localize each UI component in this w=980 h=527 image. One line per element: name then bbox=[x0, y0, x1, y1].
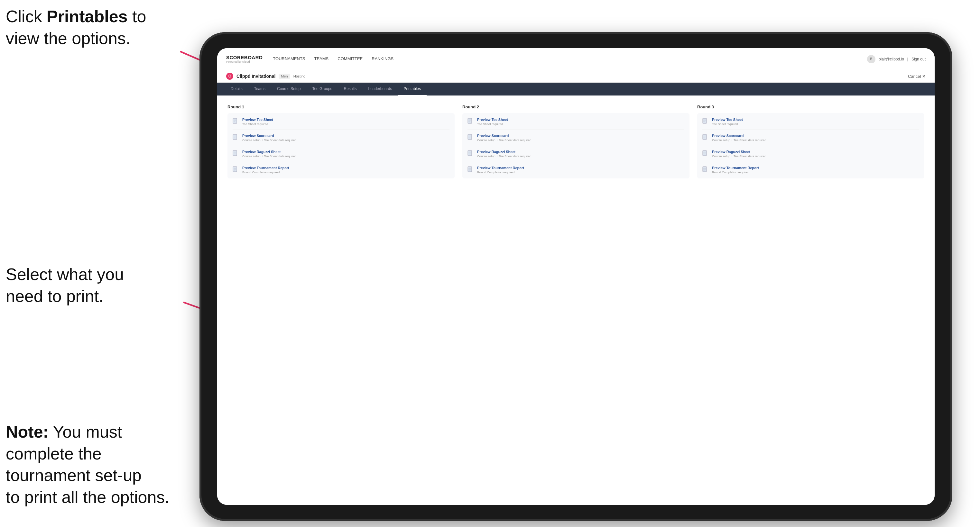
r1-tee-sheet-text: Preview Tee Sheet Tee Sheet required bbox=[242, 118, 273, 126]
tab-tee-groups[interactable]: Tee Groups bbox=[306, 83, 338, 95]
r2-scorecard-sub: Course setup + Tee Sheet data required bbox=[477, 138, 531, 142]
r2-raguzzi-sub: Course setup + Tee Sheet data required bbox=[477, 154, 531, 158]
tab-printables[interactable]: Printables bbox=[398, 83, 426, 95]
document-icon bbox=[702, 134, 709, 142]
r3-scorecard-text: Preview Scorecard Course setup + Tee She… bbox=[712, 134, 766, 142]
annotation-mid: Select what youneed to print. bbox=[6, 264, 173, 307]
nav-rankings[interactable]: RANKINGS bbox=[372, 55, 393, 63]
tournament-badge: Men bbox=[278, 74, 290, 79]
r3-scorecard-sub: Course setup + Tee Sheet data required bbox=[712, 138, 766, 142]
r1-raguzzi-sub: Course setup + Tee Sheet data required bbox=[242, 154, 297, 158]
divider bbox=[702, 130, 919, 130]
divider bbox=[702, 146, 919, 146]
main-content: Round 1 bbox=[217, 95, 935, 505]
r2-scorecard-label[interactable]: Preview Scorecard bbox=[477, 134, 531, 138]
r2-raguzzi-label[interactable]: Preview Raguzzi Sheet bbox=[477, 150, 531, 154]
tournament-info: C Clippd Invitational Men Hosting bbox=[226, 73, 305, 80]
tab-results[interactable]: Results bbox=[338, 83, 362, 95]
r3-tee-sheet[interactable]: Preview Tee Sheet Tee Sheet required bbox=[702, 118, 919, 126]
document-icon bbox=[232, 166, 239, 174]
r3-raguzzi-text: Preview Raguzzi Sheet Course setup + Tee… bbox=[712, 150, 766, 158]
document-icon bbox=[468, 150, 474, 158]
r3-tee-sheet-label[interactable]: Preview Tee Sheet bbox=[712, 118, 743, 122]
tablet-frame: SCOREBOARD Powered by clippd TOURNAMENTS… bbox=[199, 32, 952, 521]
cancel-button[interactable]: Cancel ✕ bbox=[908, 74, 926, 79]
r2-tournament-report[interactable]: Preview Tournament Report Round Completi… bbox=[468, 166, 684, 174]
r1-scorecard-text: Preview Scorecard Course setup + Tee She… bbox=[242, 134, 297, 142]
r1-tournament-text: Preview Tournament Report Round Completi… bbox=[242, 166, 289, 174]
r2-raguzzi-text: Preview Raguzzi Sheet Course setup + Tee… bbox=[477, 150, 531, 158]
r2-scorecard-text: Preview Scorecard Course setup + Tee She… bbox=[477, 134, 531, 142]
tab-course-setup[interactable]: Course Setup bbox=[271, 83, 306, 95]
r2-tee-sheet-text: Preview Tee Sheet Tee Sheet required bbox=[477, 118, 508, 126]
nav-links: TOURNAMENTS TEAMS COMMITTEE RANKINGS bbox=[273, 55, 867, 63]
r3-raguzzi[interactable]: Preview Raguzzi Sheet Course setup + Tee… bbox=[702, 150, 919, 158]
divider bbox=[232, 146, 449, 146]
r1-scorecard-label[interactable]: Preview Scorecard bbox=[242, 134, 297, 138]
sign-out-separator: | bbox=[907, 57, 908, 62]
divider bbox=[468, 162, 684, 162]
nav-committee[interactable]: COMMITTEE bbox=[337, 55, 363, 63]
r1-raguzzi-text: Preview Raguzzi Sheet Course setup + Tee… bbox=[242, 150, 297, 158]
annotation-top: Click Printables toview the options. bbox=[6, 6, 173, 49]
r1-tournament-report[interactable]: Preview Tournament Report Round Completi… bbox=[232, 166, 449, 174]
r2-tee-sheet-label[interactable]: Preview Tee Sheet bbox=[477, 118, 508, 122]
r2-tournament-sub: Round Completion required bbox=[477, 170, 524, 174]
round-2-card: Preview Tee Sheet Tee Sheet required bbox=[462, 113, 689, 178]
tab-teams[interactable]: Teams bbox=[248, 83, 271, 95]
round-2-title: Round 2 bbox=[462, 105, 689, 110]
brand-subtitle: Powered by clippd bbox=[226, 60, 262, 63]
document-icon bbox=[468, 166, 474, 174]
r1-scorecard[interactable]: Preview Scorecard Course setup + Tee She… bbox=[232, 134, 449, 142]
user-avatar: B bbox=[867, 55, 875, 63]
document-icon bbox=[232, 134, 239, 142]
r1-tournament-label[interactable]: Preview Tournament Report bbox=[242, 166, 289, 170]
user-email: blair@clippd.io bbox=[879, 57, 904, 62]
r2-scorecard[interactable]: Preview Scorecard Course setup + Tee She… bbox=[468, 134, 684, 142]
top-nav: SCOREBOARD Powered by clippd TOURNAMENTS… bbox=[217, 48, 935, 70]
round-2-section: Round 2 bbox=[462, 105, 689, 178]
round-1-card: Preview Tee Sheet Tee Sheet required bbox=[228, 113, 455, 178]
document-icon bbox=[232, 118, 239, 126]
r1-tee-sheet-label[interactable]: Preview Tee Sheet bbox=[242, 118, 273, 122]
divider bbox=[468, 146, 684, 146]
annotation-bottom: Note: You mustcomplete thetournament set… bbox=[6, 421, 205, 508]
document-icon bbox=[702, 150, 709, 158]
r2-raguzzi[interactable]: Preview Raguzzi Sheet Course setup + Tee… bbox=[468, 150, 684, 158]
hosting-badge: Hosting bbox=[293, 74, 305, 78]
divider bbox=[232, 162, 449, 162]
round-3-section: Round 3 bbox=[697, 105, 924, 178]
r2-tee-sheet[interactable]: Preview Tee Sheet Tee Sheet required bbox=[468, 118, 684, 126]
r1-raguzzi-label[interactable]: Preview Raguzzi Sheet bbox=[242, 150, 297, 154]
r3-tournament-sub: Round Completion required bbox=[712, 170, 759, 174]
round-3-card: Preview Tee Sheet Tee Sheet required bbox=[697, 113, 924, 178]
r1-raguzzi[interactable]: Preview Raguzzi Sheet Course setup + Tee… bbox=[232, 150, 449, 158]
brand: SCOREBOARD Powered by clippd bbox=[226, 55, 262, 63]
divider bbox=[232, 130, 449, 130]
r1-tee-sheet[interactable]: Preview Tee Sheet Tee Sheet required bbox=[232, 118, 449, 126]
r1-tee-sheet-sub: Tee Sheet required bbox=[242, 122, 273, 126]
nav-tournaments[interactable]: TOURNAMENTS bbox=[273, 55, 305, 63]
round-1-title: Round 1 bbox=[228, 105, 455, 110]
r3-tournament-label[interactable]: Preview Tournament Report bbox=[712, 166, 759, 170]
r1-scorecard-sub: Course setup + Tee Sheet data required bbox=[242, 138, 297, 142]
tab-details[interactable]: Details bbox=[225, 83, 248, 95]
round-3-title: Round 3 bbox=[697, 105, 924, 110]
r3-tournament-report[interactable]: Preview Tournament Report Round Completi… bbox=[702, 166, 919, 174]
document-icon bbox=[468, 118, 474, 126]
r3-raguzzi-label[interactable]: Preview Raguzzi Sheet bbox=[712, 150, 766, 154]
tab-leaderboards[interactable]: Leaderboards bbox=[362, 83, 398, 95]
divider bbox=[468, 130, 684, 130]
tab-bar: Details Teams Course Setup Tee Groups Re… bbox=[217, 83, 935, 95]
r3-scorecard-label[interactable]: Preview Scorecard bbox=[712, 134, 766, 138]
r3-tee-sheet-text: Preview Tee Sheet Tee Sheet required bbox=[712, 118, 743, 126]
document-icon bbox=[702, 118, 709, 126]
r2-tournament-label[interactable]: Preview Tournament Report bbox=[477, 166, 524, 170]
round-1-section: Round 1 bbox=[228, 105, 455, 178]
r3-tee-sheet-sub: Tee Sheet required bbox=[712, 122, 743, 126]
nav-teams[interactable]: TEAMS bbox=[314, 55, 329, 63]
sub-header: C Clippd Invitational Men Hosting Cancel… bbox=[217, 70, 935, 83]
r3-scorecard[interactable]: Preview Scorecard Course setup + Tee She… bbox=[702, 134, 919, 142]
sign-out-link[interactable]: Sign out bbox=[912, 57, 926, 62]
r3-raguzzi-sub: Course setup + Tee Sheet data required bbox=[712, 154, 766, 158]
